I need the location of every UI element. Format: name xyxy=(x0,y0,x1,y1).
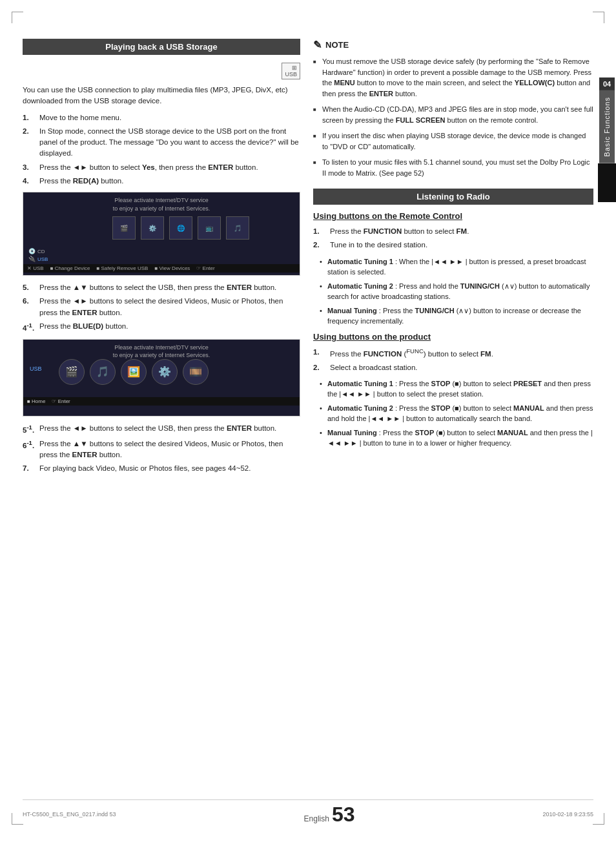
product-step-1-text: Press the FUNCTION (FUNC) button to sele… xyxy=(330,347,493,360)
step-7: 7. For playing back Video, Music or Phot… xyxy=(23,463,300,474)
step-6-1: 6-1. Press the ▲▼ buttons to select the … xyxy=(23,438,300,461)
steps-list-2: 5. Press the ▲▼ buttons to select the US… xyxy=(23,282,300,334)
step-5-text: Press the ▲▼ buttons to select the USB, … xyxy=(39,282,276,293)
product-bullet-1: Automatic Tuning 1 : Press the STOP (■) … xyxy=(320,378,593,400)
step-7-text: For playing back Video, Music or Photos … xyxy=(39,463,251,474)
step-2: 2. In Stop mode, connect the USB storage… xyxy=(23,126,300,160)
cd-label: CD xyxy=(37,249,45,254)
chapter-label: Basic Functions xyxy=(599,90,615,163)
corner-mark-bl xyxy=(12,813,23,825)
step-5: 5. Press the ▲▼ buttons to select the US… xyxy=(23,282,300,293)
ss1-top-text: Please activate Internet/DTV serviceto e… xyxy=(27,196,296,212)
note-item-1: You must remove the USB storage device s… xyxy=(313,56,593,99)
product-subtitle: Using buttons on the product xyxy=(313,332,593,342)
ss1-icon-1: 🎬 xyxy=(112,216,136,240)
note-item-4: To listen to your music files with 5.1 c… xyxy=(313,157,593,178)
page: 04 Basic Functions Playing back a USB St… xyxy=(0,0,616,844)
note-header: ✎ NOTE xyxy=(313,39,593,51)
note-title: NOTE xyxy=(325,40,349,50)
ss1-icon-5: 🎵 xyxy=(226,216,249,240)
remote-bullets: Automatic Tuning 1 : When the |◄◄ ►► | b… xyxy=(320,256,593,327)
product-steps: 1. Press the FUNCTION (FUNC) button to s… xyxy=(313,347,593,373)
ss2-icon-1: 🎬 xyxy=(59,359,85,385)
ss1-icons: 💿 CD 🔌 USB 🎬 ⚙️ 🌐 📺 🎵 xyxy=(27,216,296,240)
step-6: 6. Press the ◄► buttons to select the de… xyxy=(23,296,300,318)
footer-right-text: 2010-02-18 9:23:55 xyxy=(542,811,593,818)
intro-text: You can use the USB connection to play m… xyxy=(23,85,300,107)
ss2-bar-home: ■ Home xyxy=(27,398,45,404)
step-7-num: 7. xyxy=(23,463,37,474)
step-5-1-num: 5-1. xyxy=(23,423,37,436)
step-1-num: 1. xyxy=(23,112,37,123)
ss1-bar-view: ■ View Devices xyxy=(154,265,190,271)
corner-mark-br xyxy=(593,813,604,825)
note-list: You must remove the USB storage device s… xyxy=(313,56,593,178)
remote-steps: 1. Press the FUNCTION button to select F… xyxy=(313,226,593,251)
ss2-usb-label: USB xyxy=(30,365,42,372)
step-6-num: 6. xyxy=(23,296,37,318)
page-number-area: English 53 xyxy=(304,804,355,825)
step-3-num: 3. xyxy=(23,162,37,173)
note-item-3: If you insert the disc when playing USB … xyxy=(313,130,593,152)
step-2-text: In Stop mode, connect the USB storage de… xyxy=(39,126,300,160)
usb-small-label: USB xyxy=(37,256,48,262)
remote-bullet-3: Manual Tuning : Press the TUNING/CH (∧∨)… xyxy=(320,305,593,327)
remote-step-1-num: 1. xyxy=(313,226,327,237)
product-bullet-3: Manual Tuning : Press the STOP (■) butto… xyxy=(320,427,593,449)
remote-step-2-num: 2. xyxy=(313,240,327,251)
screenshot-1: Please activate Internet/DTV serviceto e… xyxy=(23,192,300,276)
side-tab-decoration xyxy=(598,163,616,202)
radio-section-header: Listening to Radio xyxy=(313,189,593,205)
corner-mark-tr xyxy=(593,12,604,23)
steps-list-3: 5-1. Press the ◄► buttons to select the … xyxy=(23,423,300,475)
step-1: 1. Move to the home menu. xyxy=(23,112,300,123)
product-step-2-num: 2. xyxy=(313,362,327,373)
remote-control-subtitle: Using buttons on the Remote Control xyxy=(313,211,593,221)
ss1-usb-item: 🔌 USB xyxy=(28,256,48,262)
screenshot-2: Please activate Internet/DTV serviceto e… xyxy=(23,339,300,417)
ss1-left-items: 💿 CD 🔌 USB xyxy=(28,248,48,262)
product-step-1: 1. Press the FUNCTION (FUNC) button to s… xyxy=(313,347,593,360)
ss1-icon-4: 📺 xyxy=(198,216,221,240)
english-label: English xyxy=(304,814,329,823)
ss1-bar-change: ■ Change Device xyxy=(50,265,90,271)
step-4: 4. Press the RED(A) button. xyxy=(23,176,300,187)
remote-step-2-text: Tune in to the desired station. xyxy=(330,240,427,251)
ss2-bar-enter: ☞ Enter xyxy=(52,398,70,404)
corner-mark-tl xyxy=(12,12,23,23)
step-5-1-text: Press the ◄► buttons to select the USB, … xyxy=(39,423,276,436)
product-bullet-2: Automatic Tuning 2 : Press the STOP (■) … xyxy=(320,403,593,424)
step-4-1: 4-1. Press the BLUE(D) button. xyxy=(23,321,300,334)
product-bullets: Automatic Tuning 1 : Press the STOP (■) … xyxy=(320,378,593,449)
step-6-text: Press the ◄► buttons to select the desir… xyxy=(39,296,300,318)
usb-small-icon: 🔌 xyxy=(28,256,36,262)
ss1-bottom-bar: ✕ USB ■ Change Device ■ Safely Remove US… xyxy=(23,264,300,273)
ss1-bar-enter: ☞ Enter xyxy=(196,265,214,271)
remote-bullet-2: Automatic Tuning 2 : Press and hold the … xyxy=(320,281,593,302)
ss1-bar-text: ✕ USB xyxy=(27,265,44,271)
side-tab: 04 Basic Functions xyxy=(598,77,616,202)
remote-bullet-1: Automatic Tuning 1 : When the |◄◄ ►► | b… xyxy=(320,256,593,278)
step-2-num: 2. xyxy=(23,126,37,160)
ss1-bar-remove: ■ Safely Remove USB xyxy=(96,265,148,271)
note-pencil-icon: ✎ xyxy=(313,39,322,51)
ss2-icon-3: 🖼️ xyxy=(121,359,147,385)
ss1-cd-item: 💿 CD xyxy=(28,248,48,254)
ss2-icon-5: 🎞️ xyxy=(183,359,209,385)
remote-step-2: 2. Tune in to the desired station. xyxy=(313,240,593,251)
ss2-bottom-bar: ■ Home ☞ Enter xyxy=(23,397,300,406)
section-header-usb: Playing back a USB Storage xyxy=(23,39,300,55)
remote-step-1: 1. Press the FUNCTION button to select F… xyxy=(313,226,593,237)
chapter-number: 04 xyxy=(599,77,615,90)
step-4-text: Press the RED(A) button. xyxy=(39,176,123,187)
product-step-2-text: Select a broadcast station. xyxy=(330,362,418,373)
cd-icon: 💿 xyxy=(28,248,36,254)
page-footer: HT-C5500_ELS_ENG_0217.indd 53 English 53… xyxy=(23,799,593,825)
step-6-1-num: 6-1. xyxy=(23,438,37,461)
usb-icon: ⊞USB xyxy=(282,63,300,79)
ss2-icon-4: ⚙️ xyxy=(152,359,178,385)
note-item-2: When the Audio-CD (CD-DA), MP3 and JPEG … xyxy=(313,104,593,125)
ss2-top-text: Please activate Internet/DTV serviceto e… xyxy=(27,344,296,360)
step-3-text: Press the ◄► button to select Yes, then … xyxy=(39,162,258,173)
step-4-num: 4. xyxy=(23,176,37,187)
